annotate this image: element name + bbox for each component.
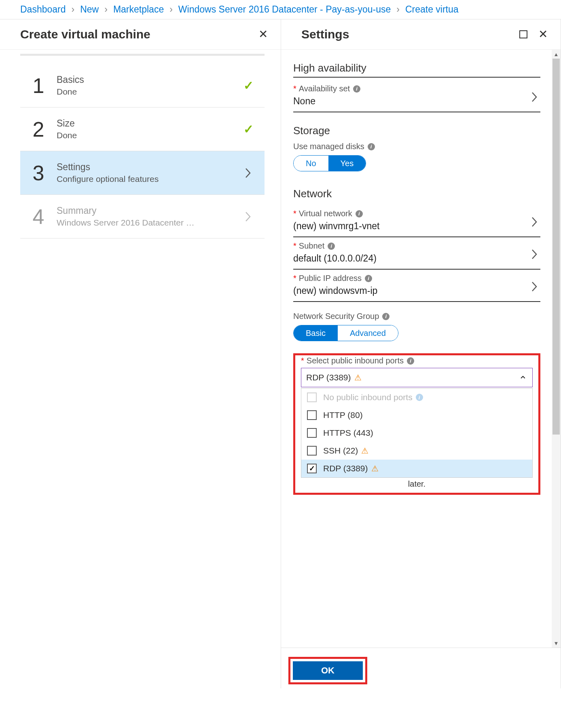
- trailing-text: later.: [301, 479, 533, 489]
- create-vm-blade: Create virtual machine ✕ 1 Basics Done ✓…: [0, 19, 281, 688]
- close-button[interactable]: ✕: [257, 29, 269, 40]
- wizard-step-settings[interactable]: 3 Settings Configure optional features: [20, 151, 265, 195]
- select-value: RDP (3389): [306, 373, 351, 382]
- toggle-yes[interactable]: Yes: [328, 156, 366, 171]
- step-title: Basics: [57, 74, 240, 85]
- step-title: Settings: [57, 162, 240, 173]
- required-icon: *: [293, 84, 296, 93]
- option-label: No public inbound ports: [323, 392, 413, 402]
- chevron-right-icon: ›: [396, 4, 400, 15]
- chevron-right-icon: ›: [72, 4, 75, 15]
- ok-highlight: OK: [288, 657, 367, 684]
- progress-bar: [20, 54, 265, 56]
- breadcrumb-item[interactable]: Create virtua: [405, 4, 459, 15]
- wizard-step-summary[interactable]: 4 Summary Windows Server 2016 Datacenter…: [20, 195, 265, 238]
- check-icon: ✓: [243, 122, 254, 136]
- required-icon: *: [293, 274, 296, 283]
- info-icon[interactable]: i: [356, 210, 363, 217]
- chevron-right-icon: ›: [169, 4, 173, 15]
- option-label: SSH (22): [323, 446, 358, 456]
- warning-icon: ⚠: [361, 446, 368, 456]
- breadcrumb-item[interactable]: Windows Server 2016 Datacenter - Pay-as-…: [178, 4, 391, 15]
- field-value: None: [293, 96, 529, 107]
- info-icon[interactable]: i: [416, 394, 423, 401]
- required-icon: *: [301, 356, 304, 365]
- field-label: Public IP address: [299, 274, 362, 283]
- availability-set-field[interactable]: *Availability seti None: [293, 80, 540, 112]
- virtual-network-field[interactable]: *Virtual networki (new) winvmrg1-vnet: [293, 205, 540, 237]
- close-button[interactable]: ✕: [537, 29, 548, 40]
- checkbox[interactable]: [307, 428, 317, 438]
- step-subtitle: Done: [57, 87, 240, 97]
- field-value: (new) windowsvm-ip: [293, 285, 529, 296]
- chevron-right-icon: [531, 217, 538, 227]
- scroll-down-icon[interactable]: ▼: [552, 639, 561, 648]
- checkbox[interactable]: [307, 464, 317, 473]
- option-label: RDP (3389): [323, 464, 368, 473]
- toggle-no[interactable]: No: [294, 156, 328, 171]
- chevron-right-icon: [245, 211, 252, 222]
- ports-label: Select public inbound ports: [307, 356, 404, 365]
- chevron-right-icon: [531, 92, 538, 102]
- blade-footer: OK: [281, 648, 561, 688]
- nsg-toggle[interactable]: Basic Advanced: [293, 325, 398, 341]
- scrollbar[interactable]: ▲ ▼: [552, 50, 561, 648]
- info-icon[interactable]: i: [365, 275, 372, 282]
- required-icon: *: [293, 241, 296, 251]
- field-label: Virtual network: [299, 209, 352, 218]
- step-subtitle: Configure optional features: [57, 174, 240, 184]
- nsg-label: Network Security Group: [293, 312, 379, 321]
- breadcrumb-item[interactable]: Dashboard: [20, 4, 66, 15]
- close-icon: ✕: [258, 29, 268, 40]
- info-icon[interactable]: i: [368, 143, 375, 150]
- public-ip-field[interactable]: *Public IP addressi (new) windowsvm-ip: [293, 270, 540, 302]
- info-icon[interactable]: i: [328, 243, 335, 250]
- step-subtitle: Windows Server 2016 Datacenter …: [57, 218, 240, 228]
- info-icon[interactable]: i: [407, 357, 414, 365]
- warning-icon: ⚠: [371, 464, 379, 473]
- info-icon[interactable]: i: [353, 85, 360, 93]
- managed-disks-toggle[interactable]: No Yes: [293, 155, 366, 171]
- breadcrumb-item[interactable]: New: [80, 4, 99, 15]
- port-option-https[interactable]: HTTPS (443): [301, 424, 532, 442]
- step-number: 4: [24, 206, 53, 227]
- checkbox[interactable]: [307, 392, 317, 402]
- subnet-field[interactable]: *Subneti default (10.0.0.0/24): [293, 237, 540, 270]
- info-icon[interactable]: i: [382, 313, 390, 320]
- inbound-ports-select[interactable]: RDP (3389)⚠: [301, 368, 533, 387]
- managed-disks-label: Use managed disks: [293, 142, 364, 151]
- wizard-step-basics[interactable]: 1 Basics Done ✓: [20, 64, 265, 108]
- checkbox[interactable]: [307, 410, 317, 420]
- checkbox[interactable]: [307, 446, 317, 456]
- field-label: Availability set: [299, 84, 350, 93]
- port-option-rdp[interactable]: RDP (3389) ⚠: [301, 460, 532, 477]
- scrollbar-thumb[interactable]: [553, 59, 560, 435]
- step-number: 2: [24, 119, 53, 140]
- field-label: Subnet: [299, 241, 324, 251]
- close-icon: ✕: [538, 29, 548, 40]
- section-high-availability: High availability: [293, 62, 540, 78]
- wizard-step-size[interactable]: 2 Size Done ✓: [20, 108, 265, 151]
- scroll-up-icon[interactable]: ▲: [552, 50, 561, 59]
- port-option-ssh[interactable]: SSH (22) ⚠: [301, 442, 532, 460]
- section-network: Network: [293, 188, 540, 203]
- inbound-ports-dropdown: No public inbound ports i HTTP (80) HTTP…: [301, 388, 533, 478]
- toggle-advanced[interactable]: Advanced: [338, 325, 398, 341]
- port-option-http[interactable]: HTTP (80): [301, 406, 532, 424]
- settings-blade: Settings ✕ High availability *Availabili…: [281, 19, 561, 688]
- step-number: 3: [24, 162, 53, 184]
- port-option-none[interactable]: No public inbound ports i: [301, 388, 532, 406]
- warning-icon: ⚠: [354, 373, 362, 382]
- restore-button[interactable]: [518, 29, 529, 40]
- step-number: 1: [24, 75, 53, 96]
- step-subtitle: Done: [57, 131, 240, 140]
- chevron-right-icon: [245, 168, 252, 178]
- window-icon: [519, 30, 527, 38]
- chevron-right-icon: ›: [104, 4, 108, 15]
- section-storage: Storage: [293, 124, 540, 139]
- ok-button[interactable]: OK: [293, 661, 363, 680]
- toggle-basic[interactable]: Basic: [294, 325, 338, 341]
- breadcrumb-item[interactable]: Marketplace: [113, 4, 164, 15]
- required-icon: *: [293, 209, 296, 218]
- field-value: default (10.0.0.0/24): [293, 253, 529, 264]
